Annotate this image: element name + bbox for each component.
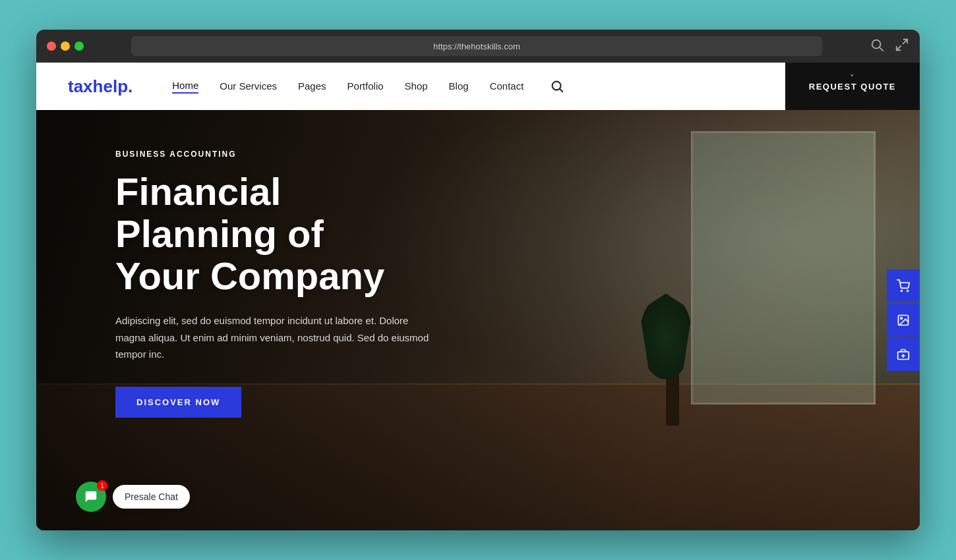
side-actions: [887, 269, 920, 371]
hero-content: BUSINESS ACCOUNTING Financial Planning o…: [36, 110, 432, 418]
browser-chrome: https://thehotskills.com: [36, 30, 920, 63]
url-text: https://thehotskills.com: [433, 42, 520, 51]
nav-link-home[interactable]: Home: [172, 80, 198, 94]
svg-line-5: [560, 89, 562, 92]
svg-line-2: [903, 39, 907, 43]
logo-dot: .: [128, 76, 133, 96]
hero-section: BUSINESS ACCOUNTING Financial Planning o…: [36, 110, 920, 530]
nav-link-our-services[interactable]: Our Services: [220, 80, 277, 93]
side-action-layers[interactable]: [887, 338, 920, 371]
nav-search-icon[interactable]: [550, 79, 564, 94]
chat-widget: 1 Presale Chat: [76, 482, 190, 512]
hero-title: Financial Planning of Your Company: [115, 171, 432, 296]
traffic-lights: [47, 42, 84, 51]
discover-now-button[interactable]: DISCOVER NOW: [115, 387, 241, 418]
traffic-light-yellow[interactable]: [61, 42, 70, 51]
request-quote-button[interactable]: REQUEST QUOTE: [785, 63, 920, 110]
logo[interactable]: taxhelp.: [68, 76, 133, 97]
logo-blue-text: help: [93, 76, 128, 96]
search-browser-icon[interactable]: [870, 38, 884, 55]
hero-badge: BUSINESS ACCOUNTING: [115, 150, 432, 159]
hero-title-line2: Your Company: [115, 254, 384, 297]
svg-point-6: [901, 291, 903, 292]
nav-link-blog[interactable]: Blog: [449, 80, 469, 93]
svg-line-3: [897, 45, 901, 49]
website: taxhelp. Home Our Services Pages Portfol…: [36, 63, 920, 530]
nav-links: Home Our Services Pages Portfolio Shop B…: [172, 79, 785, 94]
fullscreen-icon[interactable]: [895, 38, 909, 55]
address-bar[interactable]: https://thehotskills.com: [131, 36, 822, 56]
traffic-light-red[interactable]: [47, 42, 56, 51]
svg-point-7: [907, 291, 909, 292]
nav-link-pages[interactable]: Pages: [298, 80, 326, 93]
side-action-image[interactable]: [887, 304, 920, 337]
nav-link-portfolio[interactable]: Portfolio: [347, 80, 384, 93]
navbar: taxhelp. Home Our Services Pages Portfol…: [36, 63, 920, 110]
svg-line-1: [880, 47, 883, 51]
chat-label[interactable]: Presale Chat: [113, 485, 190, 509]
hero-description: Adipiscing elit, sed do euismod tempor i…: [115, 312, 432, 363]
browser-actions: [870, 38, 909, 55]
svg-point-9: [901, 318, 903, 320]
side-action-cart[interactable]: [887, 269, 920, 302]
logo-black-text: tax: [68, 76, 93, 96]
chat-bubble-button[interactable]: 1: [76, 482, 106, 512]
nav-link-shop[interactable]: Shop: [405, 80, 428, 93]
traffic-light-green[interactable]: [75, 42, 84, 51]
hero-title-line1: Financial Planning of: [115, 170, 324, 255]
chat-notification-badge: 1: [97, 480, 107, 491]
browser-window: https://thehotskills.com taxhelp. Home O…: [36, 30, 920, 530]
nav-link-contact[interactable]: Contact: [490, 80, 524, 93]
